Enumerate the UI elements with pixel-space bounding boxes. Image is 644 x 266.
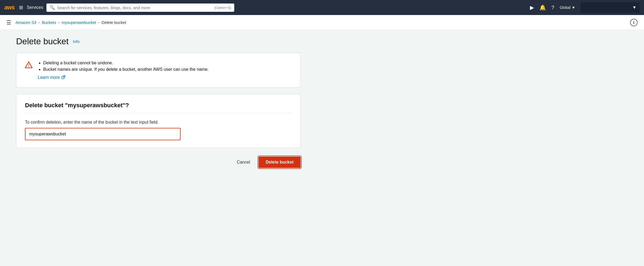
confirm-card: Delete bucket "mysuperawsbucket"? To con… <box>16 94 301 148</box>
global-label: Global <box>560 5 570 10</box>
delete-bucket-button[interactable]: Delete bucket <box>259 157 301 168</box>
global-region-selector[interactable]: Global ▼ <box>560 5 575 10</box>
aws-logo[interactable]: aws <box>4 5 15 10</box>
terminal-icon[interactable]: ▶ <box>530 4 534 11</box>
breadcrumb-bucket-name[interactable]: mysuperawsbucket <box>62 20 96 25</box>
bucket-name-input[interactable] <box>26 129 180 139</box>
warning-list: Deleting a bucket cannot be undone. Buck… <box>38 61 292 72</box>
account-bar-text <box>584 6 585 10</box>
grid-icon[interactable]: ⊞ <box>19 5 23 10</box>
account-bar[interactable]: ▼ <box>581 2 640 13</box>
breadcrumb-sep-2: › <box>58 20 59 24</box>
warning-triangle-icon: ! <box>25 61 32 70</box>
breadcrumb-sep-1: › <box>39 20 40 24</box>
bell-icon[interactable]: 🔔 <box>539 4 546 11</box>
page-info-icon[interactable]: ℹ <box>630 19 638 26</box>
page-title: Delete bucket <box>16 36 69 46</box>
confirm-title: Delete bucket "mysuperawsbucket"? <box>25 102 292 113</box>
external-link-icon <box>61 75 65 80</box>
account-dropdown-chevron: ▼ <box>632 5 636 10</box>
search-input[interactable] <box>57 5 212 10</box>
info-link[interactable]: Info <box>73 39 80 44</box>
dropdown-chevron: ▼ <box>572 5 575 10</box>
services-nav-label[interactable]: Services <box>27 5 43 10</box>
actions-row: Cancel Delete bucket <box>16 157 301 168</box>
search-bar: 🔍 [Option+S] <box>46 3 234 12</box>
search-icon: 🔍 <box>50 5 55 10</box>
svg-text:!: ! <box>28 64 30 68</box>
search-shortcut: [Option+S] <box>214 6 231 10</box>
warning-item-2: Bucket names are unique. If you delete a… <box>43 67 292 72</box>
breadcrumb-sep-3: › <box>98 20 99 24</box>
breadcrumb-buckets[interactable]: Buckets <box>42 20 56 25</box>
cancel-button[interactable]: Cancel <box>232 157 254 167</box>
top-navigation: aws ⊞ Services 🔍 [Option+S] ▶ 🔔 ? Global… <box>0 0 644 15</box>
learn-more-link[interactable]: Learn more <box>38 75 65 80</box>
warning-item-1: Deleting a bucket cannot be undone. <box>43 61 292 65</box>
aws-logo-text: aws <box>4 5 15 10</box>
hamburger-menu[interactable]: ☰ <box>6 19 11 26</box>
help-icon[interactable]: ? <box>551 5 554 11</box>
breadcrumb-current: Delete bucket <box>101 20 126 25</box>
breadcrumb-amazon-s3[interactable]: Amazon S3 <box>16 20 36 25</box>
page-title-row: Delete bucket Info <box>16 36 628 46</box>
main-content: Delete bucket Info ! Deleting a bucket c… <box>0 30 644 184</box>
secondary-nav: ☰ Amazon S3 › Buckets › mysuperawsbucket… <box>0 15 644 30</box>
learn-more-text: Learn more <box>38 75 60 80</box>
warning-content: Deleting a bucket cannot be undone. Buck… <box>38 61 292 80</box>
breadcrumb: Amazon S3 › Buckets › mysuperawsbucket ›… <box>16 20 126 25</box>
confirm-input-wrapper <box>25 128 181 140</box>
confirm-label: To confirm deletion, enter the name of t… <box>25 120 292 125</box>
warning-card: ! Deleting a bucket cannot be undone. Bu… <box>16 53 301 88</box>
nav-icons: ▶ 🔔 ? Global ▼ ▼ <box>530 2 640 13</box>
